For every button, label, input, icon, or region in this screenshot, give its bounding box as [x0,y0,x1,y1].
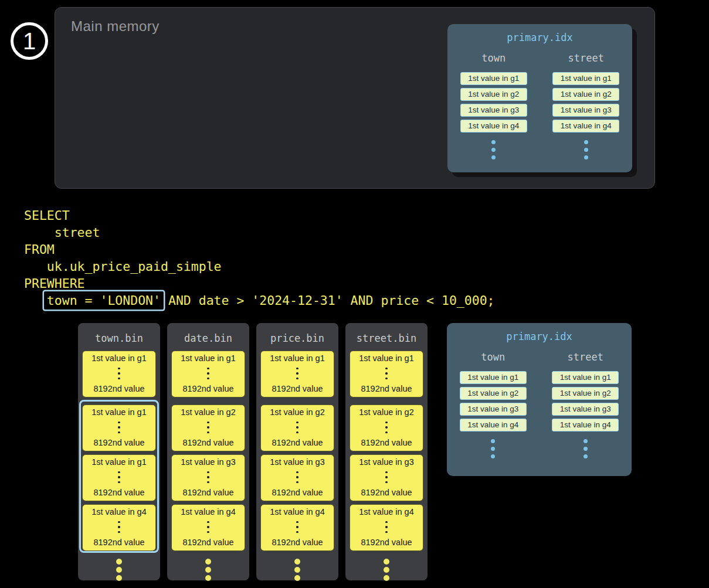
index-column-town: town1st value in g11st value in g21st va… [452,344,534,458]
ellipsis-dot [207,426,209,429]
ellipsis-dot [385,378,388,380]
ellipsis-dot [385,531,388,533]
index-column-header: street [568,351,603,363]
ellipsis-dot [384,575,389,581]
ellipsis-dot [116,559,122,565]
primary-index-panel-memory: primary.idxtown1st value in g11st value … [447,24,632,172]
ellipsis-dots [491,140,496,159]
granule-ellipsis [296,521,298,533]
granule-last-value: 8192nd value [361,488,412,497]
ellipsis-dot [118,431,120,434]
ellipsis-dot [207,526,209,528]
step-number: 1 [23,28,36,55]
ellipsis-dot [491,447,495,451]
granule-ellipsis [207,521,209,533]
granule-first-value: 1st value in g2 [359,407,414,417]
index-entry: 1st value in g4 [552,120,619,132]
granule-last-value: 8192nd value [182,538,233,547]
ellipsis-dot [384,567,389,573]
ellipsis-dot [207,531,209,533]
sql-condition-rest: AND date > '2024-12-31' AND price < 10_0… [161,293,495,308]
index-column-street: street1st value in g11st value in g21st … [545,45,627,159]
granule-first-value: 1st value in g4 [359,507,414,516]
ellipsis-dot [205,559,211,565]
ellipsis-dot [385,481,388,484]
granule-last-value: 8192nd value [361,438,412,447]
ellipsis-dot [584,454,588,458]
granule-first-value: 1st value in g2 [270,407,325,417]
granule-first-value: 1st value in g4 [181,507,236,516]
ellipsis-dot [118,368,120,370]
granule-block: 1st value in g18192nd value [171,351,245,397]
granule-last-value: 8192nd value [182,438,233,447]
bin-file-street: street.bin1st value in g18192nd value1st… [345,323,428,580]
ellipsis-dot [118,426,120,429]
bin-ellipsis-dots [167,559,249,581]
ellipsis-dot [296,431,298,434]
bin-ellipsis-dots [78,559,160,581]
granule-last-value: 8192nd value [361,384,412,393]
granule-ellipsis [118,521,120,533]
granule-ellipsis [207,422,209,434]
sql-select-keyword: SELECT [24,207,495,224]
granule-block: 1st value in g48192nd value [171,504,245,551]
ellipsis-dot [491,454,495,458]
granule-last-value: 8192nd value [93,438,144,447]
main-memory-title: Main memory [71,18,160,35]
granule-ellipsis [385,471,388,484]
diagram-stage: 1 Main memory primary.idxtown1st value i… [0,0,709,588]
ellipsis-dot [294,567,300,573]
ellipsis-dot [385,521,388,524]
ellipsis-dot [118,521,120,524]
ellipsis-dot [207,481,209,484]
granule-block: 1st value in g38192nd value [171,454,245,501]
ellipsis-dot [296,531,298,533]
granule-first-value: 1st value in g1 [91,354,147,363]
index-entry: 1st value in g1 [552,371,619,384]
index-entry: 1st value in g1 [460,371,527,384]
sql-query: SELECT street FROM uk.uk_price_paid_simp… [24,207,495,309]
index-entry: 1st value in g3 [552,104,619,117]
bin-ellipsis-dots [345,559,428,581]
granule-first-value: 1st value in g1 [270,354,325,363]
index-entry: 1st value in g3 [460,104,527,117]
index-entry: 1st value in g4 [460,419,527,431]
ellipsis-dot [584,439,588,443]
primary-index-title: primary.idx [447,331,632,342]
ellipsis-dot [385,372,388,375]
ellipsis-dot [296,378,298,380]
ellipsis-dots [584,439,588,458]
granule-block: 1st value in g28192nd value [171,405,245,451]
granule-block: 1st value in g18192nd value [82,351,156,397]
index-entry: 1st value in g3 [460,403,527,416]
ellipsis-dot [118,372,120,375]
step-1-badge: 1 [11,22,48,60]
index-column-header: street [568,52,604,64]
index-entry: 1st value in g3 [552,403,619,416]
bin-file-price: price.bin1st value in g18192nd value1st … [256,323,338,580]
ellipsis-dot [584,155,588,159]
index-entry: 1st value in g1 [552,72,619,85]
primary-index-panel-disk: primary.idxtown1st value in g11st value … [447,323,632,476]
ellipsis-dot [118,476,120,478]
bin-ellipsis-dots [256,559,338,581]
granule-ellipsis [385,368,388,380]
granule-block: 1st value in g38192nd value [260,454,334,501]
granule-first-value: 1st value in g4 [91,507,147,516]
ellipsis-dot [491,148,496,152]
ellipsis-dot [205,575,211,581]
granule-block: 1st value in g28192nd value [260,405,334,451]
ellipsis-dot [491,140,496,144]
ellipsis-dot [385,471,388,474]
ellipsis-dot [118,378,120,380]
ellipsis-dot [207,378,209,380]
ellipsis-dot [207,372,209,375]
ellipsis-dot [584,140,588,144]
index-entry: 1st value in g2 [460,88,527,101]
ellipsis-dot [207,422,209,424]
prewhere-town-highlight: town = 'LONDON' [44,291,164,310]
granule-block: 1st value in g18192nd value [82,454,156,501]
granule-ellipsis [118,422,120,434]
granule-first-value: 1st value in g1 [359,354,414,363]
ellipsis-dot [296,471,298,474]
